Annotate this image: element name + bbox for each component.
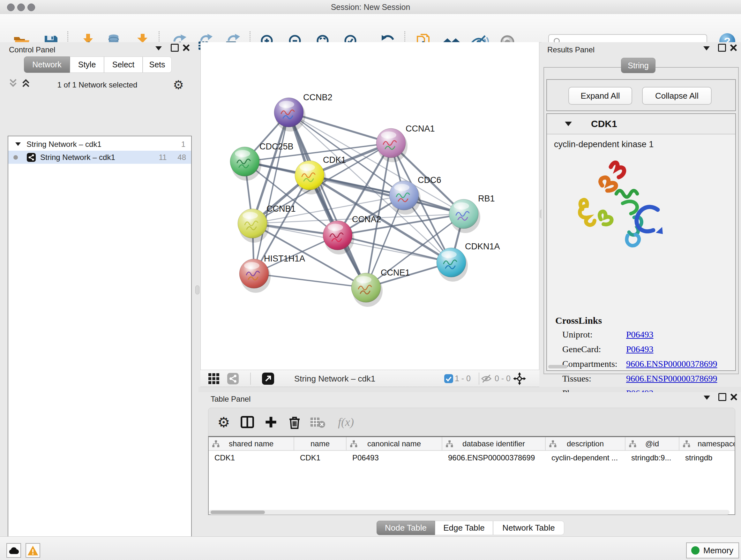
open-in-window-icon[interactable] — [262, 372, 274, 385]
node-label-CDKN1A: CDKN1A — [465, 242, 500, 251]
node-label-RB1: RB1 — [478, 194, 495, 203]
crosslink-link[interactable]: P06493 — [626, 329, 654, 340]
panel-dropdown-icon[interactable] — [701, 44, 712, 52]
panel-close-icon[interactable] — [181, 44, 192, 52]
gene-section-header[interactable]: CDK1 — [547, 114, 735, 134]
memory-label: Memory — [703, 546, 733, 556]
control-panel-title: Control Panel — [9, 45, 55, 54]
crosslink-link[interactable]: 9606.ENSP00000378699 — [626, 359, 717, 369]
table-columns-icon[interactable] — [239, 414, 256, 430]
cell-name: CDK1 — [294, 453, 347, 462]
memory-button[interactable]: Memory — [686, 543, 739, 558]
panel-dropdown-icon[interactable] — [701, 393, 712, 401]
selected-checkbox-icon[interactable] — [442, 372, 455, 385]
network-edge[interactable] — [254, 273, 366, 288]
tab-string[interactable]: String — [621, 58, 656, 73]
column-header-database-identifier[interactable]: database identifier — [442, 437, 546, 450]
column-type-icon — [629, 440, 636, 448]
cell-canonical-name: P06493 — [347, 453, 442, 462]
network-node-CCNB1[interactable]: CCNB1 — [238, 204, 296, 243]
tab-edge-table[interactable]: Edge Table — [435, 521, 493, 535]
network-node-CDKN1A[interactable]: CDKN1A — [436, 242, 500, 282]
node-label-CCNA1: CCNA1 — [406, 124, 435, 133]
table-hscrollbar[interactable] — [209, 510, 730, 515]
table-gear-icon[interactable]: ⚙ — [215, 414, 232, 430]
bar-separator — [479, 373, 479, 385]
panel-float-icon[interactable] — [717, 44, 727, 52]
tab-select[interactable]: Select — [104, 57, 143, 73]
column-header-canonical-name[interactable]: canonical name — [347, 437, 442, 450]
network-edge-count: 48 — [178, 153, 186, 162]
expand-all-icon[interactable] — [20, 79, 31, 87]
table-hscroll-thumb[interactable] — [211, 510, 265, 514]
network-node-HIST1H1A[interactable]: HIST1H1A — [239, 254, 305, 293]
node-label-CDC6: CDC6 — [418, 175, 441, 185]
tab-network-table[interactable]: Network Table — [493, 521, 564, 535]
tab-style[interactable]: Style — [70, 57, 104, 73]
protein-structure-image — [561, 155, 667, 260]
crosslink-label: Uniprot: — [562, 329, 626, 340]
results-hscroll-thumb[interactable] — [548, 365, 567, 368]
collapse-all-button[interactable]: Collapse All — [642, 87, 712, 105]
gene-symbol: CDK1 — [591, 118, 617, 129]
panel-float-icon[interactable] — [717, 393, 728, 401]
network-view-toolbar: String Network – cdk1 1 - 0 0 - 0 — [200, 370, 539, 387]
crosslink-link[interactable]: 9606.ENSP00000378699 — [626, 374, 717, 384]
table-row[interactable]: CDK1CDK1P064939606.ENSP00000378699cyclin… — [209, 451, 735, 465]
network-tree: String Network – cdk1 1 String Network –… — [8, 136, 192, 560]
collection-expander-icon[interactable] — [15, 142, 21, 146]
splitter-handle[interactable] — [195, 286, 199, 294]
tab-sets[interactable]: Sets — [143, 57, 172, 73]
table-function-icon[interactable]: f(x) — [332, 414, 360, 430]
section-expander-icon[interactable] — [565, 122, 572, 126]
table-header-row: shared namenamecanonical namedatabase id… — [209, 437, 735, 451]
node-table: shared namenamecanonical namedatabase id… — [208, 436, 735, 515]
table-delete-icon[interactable] — [286, 414, 303, 430]
cell-database-identifier: 9606.ENSP00000378699 — [442, 453, 546, 462]
crosslink-label: Tissues: — [562, 374, 626, 384]
column-type-icon — [683, 440, 690, 448]
column-header-description[interactable]: description — [546, 437, 625, 450]
cloud-icon[interactable] — [6, 543, 21, 558]
panel-close-icon[interactable] — [728, 44, 739, 52]
panel-close-icon[interactable] — [728, 393, 739, 401]
hidden-count: 0 - 0 — [495, 374, 511, 383]
crosslink-row: Compartments:9606.ENSP00000378699 — [562, 357, 728, 371]
expand-all-button[interactable]: Expand All — [568, 87, 632, 105]
collapse-all-icon[interactable] — [8, 79, 18, 87]
table-add-icon[interactable] — [263, 414, 279, 430]
selected-count: 1 - 0 — [455, 374, 471, 383]
column-type-icon — [212, 440, 219, 448]
crosslink-link[interactable]: P06493 — [626, 344, 654, 354]
crosslink-row: GeneCard:P06493 — [562, 342, 728, 357]
panel-dropdown-icon[interactable] — [153, 44, 164, 52]
column-type-icon — [350, 440, 357, 448]
column-header-namespace[interactable]: namespace — [679, 437, 735, 450]
network-collection-row[interactable]: String Network – cdk1 1 — [8, 138, 191, 151]
network-options-gear-icon[interactable]: ⚙ — [173, 78, 184, 92]
network-row-label: String Network – cdk1 — [40, 153, 158, 162]
string-style-icon[interactable] — [226, 372, 239, 385]
pan-crosshair-icon[interactable] — [513, 372, 526, 385]
network-node-RB1[interactable]: RB1 — [449, 194, 495, 233]
crosslinks-list: Uniprot:P06493GeneCard:P06493Compartment… — [562, 327, 728, 401]
crosslink-label: Compartments: — [562, 359, 626, 369]
node-label-CCNB2: CCNB2 — [303, 92, 333, 102]
network-edge[interactable] — [338, 235, 451, 262]
column-header-shared-name[interactable]: shared name — [209, 437, 294, 450]
table-delete-column-icon[interactable] — [309, 414, 326, 430]
network-node-CDK1[interactable]: CDK1 — [295, 155, 346, 194]
table-panel-title: Table Panel — [211, 395, 251, 403]
panel-float-icon[interactable] — [169, 44, 180, 52]
column-header-name[interactable]: name — [294, 437, 347, 450]
network-row-selected[interactable]: String Network – cdk1 11 48 — [8, 151, 191, 164]
tab-node-table[interactable]: Node Table — [377, 521, 435, 535]
column-header--id[interactable]: @id — [625, 437, 679, 450]
warning-icon[interactable] — [25, 543, 40, 558]
network-node-CDC6[interactable]: CDC6 — [389, 175, 441, 214]
hidden-eye-slash-icon[interactable] — [480, 372, 493, 385]
string-network-icon — [27, 153, 36, 162]
tab-network[interactable]: Network — [24, 57, 70, 73]
network-graph: CCNB2CCNA1CDC25BCDK1CDC6RB1CCNB1CCNA2CDK… — [200, 42, 539, 370]
birdseye-grid-icon[interactable] — [207, 372, 220, 385]
